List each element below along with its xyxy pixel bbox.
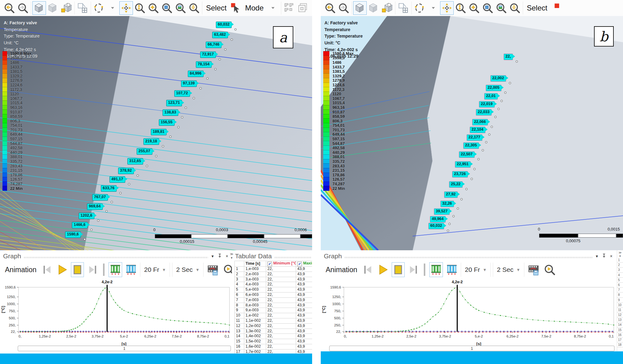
temperature-probe-tag[interactable]: 107,72 [174, 90, 190, 97]
temperature-probe-tag[interactable]: 66,746 [206, 42, 221, 48]
temperature-probe-tag[interactable]: 22,066 [472, 119, 488, 125]
temperature-probe-tag[interactable]: 25,22 [449, 181, 463, 188]
zoom-box-green-icon[interactable] [494, 1, 508, 15]
table-row[interactable]: 111,1e-00222,43,9 [235, 318, 312, 323]
isometric-view-icon[interactable] [32, 1, 46, 15]
table-row[interactable]: 101,e-00222,43,9 [235, 313, 312, 318]
orbit-icon[interactable] [92, 1, 106, 15]
temperature-probe-tag[interactable]: 123,71 [166, 100, 182, 106]
temperature-probe-tag[interactable]: 84,996 [188, 71, 204, 77]
zoom-extents-icon[interactable] [508, 1, 522, 15]
shaded-cube-icon[interactable] [46, 1, 60, 15]
collapsed-tabular-strip[interactable]: ≫▾ 123456789101112131415161718 [617, 250, 623, 351]
zoom-box-green-icon[interactable] [174, 1, 187, 15]
temperature-probe-tag[interactable]: 22,104 [470, 127, 485, 133]
table-row[interactable]: 99,e-00322,43,9 [235, 308, 312, 313]
temperature-probe-tag[interactable]: 312,65 [127, 158, 143, 165]
temperature-probe-tag[interactable]: 156,55 [159, 119, 175, 126]
rotate-cube-icon[interactable] [60, 1, 73, 15]
select-label[interactable]: Select [206, 4, 227, 12]
pan-icon[interactable] [440, 1, 454, 15]
table-row[interactable]: 121,2e-00222,43,9 [235, 323, 312, 329]
stop-icon[interactable] [392, 262, 405, 277]
temperature-probe-tag[interactable]: 97,139 [181, 80, 197, 87]
play-icon[interactable] [377, 262, 390, 277]
mode-label[interactable]: Mode [245, 4, 264, 12]
maximum-column-header[interactable]: ✔Maximum [°C] [296, 261, 312, 267]
panel-menu-caret-icon[interactable]: ▾ [595, 254, 599, 258]
result-bars-green-icon[interactable] [109, 262, 122, 277]
temperature-probe-tag[interactable]: 27,92 [444, 191, 458, 198]
zoom-redo-icon[interactable] [337, 1, 350, 15]
isometric-view-icon[interactable] [353, 1, 367, 15]
temperature-probe-tag[interactable]: 1202,6 [79, 213, 94, 219]
temperature-probe-tag[interactable]: 22,01 [484, 93, 498, 100]
table-row[interactable]: 141,4e-00222,43,9 [235, 334, 312, 339]
temperature-probe-tag[interactable]: 22,002 [490, 75, 506, 82]
export-video-icon[interactable] [206, 262, 220, 277]
table-row[interactable]: 131,3e-00222,43,9 [235, 329, 312, 334]
temperature-probe-tag[interactable]: 60,032 [428, 223, 444, 229]
temperature-probe-tag[interactable]: 78,154 [196, 61, 212, 68]
pane-splitter[interactable]: ≫▾ [229, 250, 234, 354]
zoom-fit-icon[interactable] [454, 1, 467, 15]
temperature-probe-tag[interactable]: 378,92 [118, 168, 134, 174]
temperature-probe-tag[interactable]: 22,305 [463, 142, 479, 149]
zoom-undo-icon[interactable] [2, 1, 16, 15]
temperature-probe-tag[interactable]: 23,726 [452, 171, 468, 178]
step-first-icon[interactable] [41, 262, 54, 277]
temperature-probe-tag[interactable]: 22, [504, 54, 513, 60]
result-bars-green-icon[interactable] [429, 262, 443, 277]
pan-icon[interactable] [119, 1, 133, 15]
table-row[interactable]: 33,e-00322,43,9 [235, 277, 312, 282]
temperature-probe-tag[interactable]: 72,917 [200, 51, 216, 58]
zoom-undo-icon[interactable] [323, 1, 337, 15]
stop-icon[interactable] [71, 262, 84, 277]
step-last-icon[interactable] [407, 262, 420, 277]
viewport-layout-icon[interactable] [397, 1, 410, 15]
viewport-layout-icon[interactable] [76, 1, 89, 15]
pin-icon[interactable] [602, 254, 606, 259]
temperature-probe-tag[interactable]: 22,951 [455, 161, 471, 168]
temperature-probe-tag[interactable]: 32,26 [440, 201, 454, 207]
temperature-probe-tag[interactable]: 39,527 [434, 208, 450, 215]
temperature-probe-tag[interactable]: 22,019 [479, 101, 495, 108]
select-cursor-cut-icon[interactable] [550, 1, 563, 15]
2-sec-dropdown[interactable]: 2 Sec▼ [493, 263, 524, 277]
time-column-header[interactable]: Time [s] [244, 261, 266, 267]
caret-icon[interactable] [266, 1, 280, 15]
temperature-probe-tag[interactable]: 22,507 [459, 151, 475, 158]
zoom-in-icon[interactable] [467, 1, 481, 15]
20-fr-dropdown[interactable]: 20 Fr▼ [140, 263, 170, 277]
close-icon[interactable]: × [225, 254, 229, 258]
select-cursor-icon[interactable] [229, 1, 243, 15]
temperature-probe-tag[interactable]: 189,81 [151, 129, 167, 135]
temperature-probe-tag[interactable]: 138,83 [163, 109, 178, 116]
zoom-box-blue-icon[interactable] [481, 1, 494, 15]
table-row[interactable]: 151,5e-00222,43,9 [235, 339, 312, 344]
temperature-probe-tag[interactable]: 255,07 [137, 148, 152, 155]
temperature-probe-tag[interactable]: 60,032 [216, 22, 232, 28]
temperature-probe-tag[interactable]: 633,76 [101, 185, 117, 192]
result-bars-blue-icon[interactable] [124, 262, 138, 277]
minimum-checkbox[interactable]: ✔ [267, 262, 272, 266]
temperature-probe-tag[interactable]: 63,482 [212, 32, 228, 38]
table-row[interactable]: 22,e-00322,43,9 [235, 272, 312, 277]
table-row[interactable]: 161,6e-00222,43,9 [235, 344, 312, 349]
play-icon[interactable] [56, 262, 69, 277]
temperature-probe-tag[interactable]: 22,177 [467, 134, 482, 141]
zoom-box-blue-icon[interactable] [160, 1, 174, 15]
selection-filter-3-icon[interactable] [310, 1, 312, 15]
temperature-probe-tag[interactable]: 22,033 [476, 109, 492, 116]
temperature-probe-tag[interactable]: 969,64 [87, 203, 103, 210]
20-fr-dropdown[interactable]: 20 Fr▼ [461, 263, 491, 277]
export-video-icon[interactable] [526, 262, 541, 277]
2-sec-dropdown[interactable]: 2 Sec▼ [172, 263, 204, 277]
zoom-extents-icon[interactable] [187, 1, 201, 15]
result-bars-blue-icon[interactable] [445, 262, 459, 277]
rotate-cube-icon[interactable] [380, 1, 394, 15]
viewport-b[interactable]: A: Factory valveTemperatureType: Tempera… [321, 16, 623, 250]
zoom-fit-icon[interactable] [133, 1, 146, 15]
orbit-icon[interactable] [413, 1, 427, 15]
viewport-a[interactable]: A: Factory valveTemperatureType: Tempera… [0, 16, 312, 250]
